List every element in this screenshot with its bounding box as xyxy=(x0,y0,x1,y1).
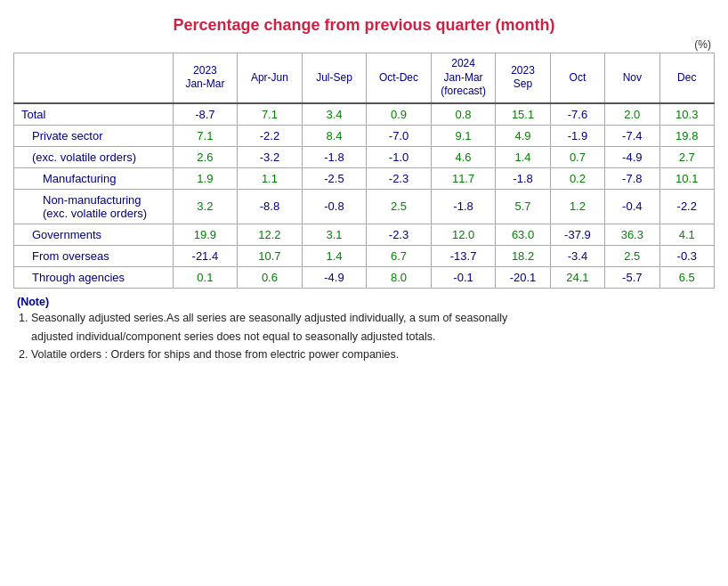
data-cell: 8.0 xyxy=(367,266,432,288)
data-cell: -8.8 xyxy=(238,189,303,224)
data-cell: 15.1 xyxy=(496,103,550,126)
row-label: Total xyxy=(14,103,174,126)
col-header-sep: 2023Sep xyxy=(496,53,550,103)
notes-section: (Note) 1. Seasonally adjusted series.As … xyxy=(13,296,715,363)
data-cell: 3.4 xyxy=(302,103,367,126)
data-cell: -3.2 xyxy=(238,146,303,167)
data-cell: 0.7 xyxy=(550,146,604,167)
data-cell: -1.0 xyxy=(367,146,432,167)
data-cell: -0.4 xyxy=(605,189,659,224)
row-label: Through agencies xyxy=(14,266,174,288)
data-cell: 7.1 xyxy=(173,125,238,146)
table-row: Non-manufacturing(exc. volatile orders)3… xyxy=(14,189,715,224)
data-cell: -4.9 xyxy=(605,146,659,167)
row-label: (exc. volatile orders) xyxy=(14,146,174,167)
col-header-jan-mar: 2023Jan-Mar xyxy=(173,53,238,103)
data-cell: 2.6 xyxy=(173,146,238,167)
data-cell: -0.1 xyxy=(431,266,496,288)
table-row: Manufacturing1.91.1-2.5-2.311.7-1.80.2-7… xyxy=(14,167,715,189)
col-header-dec: Dec xyxy=(659,53,714,103)
note-1a: 1. Seasonally adjusted series.As all ser… xyxy=(17,310,715,327)
data-cell: -2.2 xyxy=(238,125,303,146)
data-cell: 6.5 xyxy=(659,266,714,288)
data-cell: -4.9 xyxy=(302,266,367,288)
data-cell: 1.2 xyxy=(550,189,604,224)
data-cell: -7.8 xyxy=(605,167,659,189)
data-cell: -20.1 xyxy=(496,266,550,288)
table-row: (exc. volatile orders)2.6-3.2-1.8-1.04.6… xyxy=(14,146,715,167)
table-row: Private sector7.1-2.28.4-7.09.14.9-1.9-7… xyxy=(14,125,715,146)
data-cell: 0.8 xyxy=(431,103,496,126)
col-header-oct: Oct xyxy=(550,53,604,103)
data-cell: 10.3 xyxy=(659,103,714,126)
col-header-jul-sep: Jul-Sep xyxy=(302,53,367,103)
data-cell: 12.2 xyxy=(238,224,303,245)
row-label: Non-manufacturing(exc. volatile orders) xyxy=(14,189,174,224)
note-1b: adjusted individual/component series doe… xyxy=(17,329,715,346)
data-cell: 4.9 xyxy=(496,125,550,146)
table-row: From overseas-21.410.71.46.7-13.718.2-3.… xyxy=(14,245,715,266)
data-cell: 4.1 xyxy=(659,224,714,245)
data-cell: -3.4 xyxy=(550,245,604,266)
data-cell: -2.2 xyxy=(659,189,714,224)
data-cell: 1.9 xyxy=(173,167,238,189)
data-cell: 0.6 xyxy=(238,266,303,288)
data-cell: -2.3 xyxy=(367,224,432,245)
data-cell: 3.2 xyxy=(173,189,238,224)
data-cell: -2.5 xyxy=(302,167,367,189)
unit-label: (%) xyxy=(13,38,715,51)
data-cell: 10.7 xyxy=(238,245,303,266)
data-cell: -37.9 xyxy=(550,224,604,245)
data-cell: 11.7 xyxy=(431,167,496,189)
col-header-apr-jun: Apr-Jun xyxy=(238,53,303,103)
data-cell: 1.4 xyxy=(496,146,550,167)
data-cell: 1.1 xyxy=(238,167,303,189)
note-2: 2. Volatile orders : Orders for ships an… xyxy=(17,346,715,363)
table-row: Governments19.912.23.1-2.312.063.0-37.93… xyxy=(14,224,715,245)
data-cell: 4.6 xyxy=(431,146,496,167)
notes-title: (Note) xyxy=(17,296,715,308)
data-cell: 0.9 xyxy=(367,103,432,126)
data-cell: -2.3 xyxy=(367,167,432,189)
data-cell: -7.6 xyxy=(550,103,604,126)
col-header-2024-jan-mar: 2024Jan-Mar(forecast) xyxy=(431,53,496,103)
data-cell: -21.4 xyxy=(173,245,238,266)
table-row: Through agencies0.10.6-4.98.0-0.1-20.124… xyxy=(14,266,715,288)
data-cell: 1.4 xyxy=(302,245,367,266)
data-cell: 2.7 xyxy=(659,146,714,167)
row-label: From overseas xyxy=(14,245,174,266)
data-cell: -13.7 xyxy=(431,245,496,266)
data-cell: 7.1 xyxy=(238,103,303,126)
data-cell: 6.7 xyxy=(367,245,432,266)
data-cell: 0.2 xyxy=(550,167,604,189)
data-cell: 63.0 xyxy=(496,224,550,245)
data-cell: 36.3 xyxy=(605,224,659,245)
table-row: Total-8.77.13.40.90.815.1-7.62.010.3 xyxy=(14,103,715,126)
data-cell: 2.5 xyxy=(605,245,659,266)
data-cell: 2.5 xyxy=(367,189,432,224)
data-cell: -0.8 xyxy=(302,189,367,224)
data-cell: -1.8 xyxy=(496,167,550,189)
page-title: Percentage change from previous quarter … xyxy=(13,9,715,35)
data-cell: -1.8 xyxy=(302,146,367,167)
data-cell: -0.3 xyxy=(659,245,714,266)
col-header-oct-dec: Oct-Dec xyxy=(367,53,432,103)
data-cell: 3.1 xyxy=(302,224,367,245)
data-cell: -5.7 xyxy=(605,266,659,288)
data-cell: 12.0 xyxy=(431,224,496,245)
data-cell: -7.4 xyxy=(605,125,659,146)
col-header-nov: Nov xyxy=(605,53,659,103)
col-header-label xyxy=(14,53,174,103)
data-cell: 10.1 xyxy=(659,167,714,189)
data-cell: 8.4 xyxy=(302,125,367,146)
data-cell: -1.9 xyxy=(550,125,604,146)
row-label: Manufacturing xyxy=(14,167,174,189)
data-cell: -8.7 xyxy=(173,103,238,126)
data-cell: 5.7 xyxy=(496,189,550,224)
row-label: Private sector xyxy=(14,125,174,146)
data-cell: 24.1 xyxy=(550,266,604,288)
data-cell: -7.0 xyxy=(367,125,432,146)
data-cell: 19.9 xyxy=(173,224,238,245)
data-table: 2023Jan-Mar Apr-Jun Jul-Sep Oct-Dec 2024… xyxy=(13,53,715,289)
data-cell: 9.1 xyxy=(431,125,496,146)
